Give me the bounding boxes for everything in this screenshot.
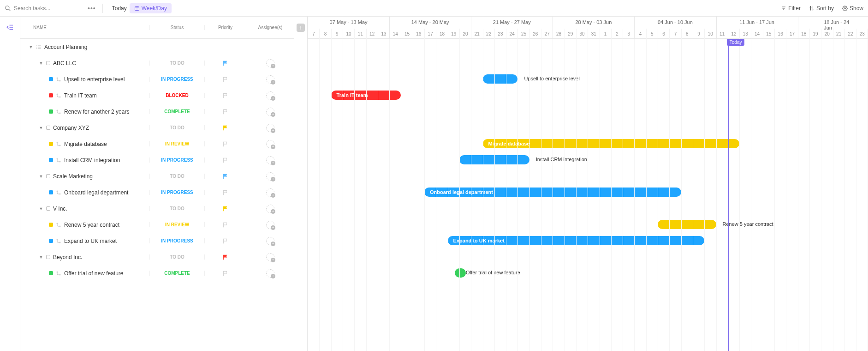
priority-cell[interactable] <box>205 125 246 131</box>
task-row[interactable]: Install CRM integrationIN PROGRESS <box>20 152 294 168</box>
task-row[interactable]: ▼Beyond Inc.TO DO <box>20 249 294 265</box>
day-cell[interactable]: 23 <box>494 29 506 39</box>
day-cell[interactable]: 17 <box>424 29 436 39</box>
task-row[interactable]: Expand to UK marketIN PROGRESS <box>20 233 294 249</box>
day-cell[interactable]: 8 <box>319 29 331 39</box>
priority-cell[interactable] <box>205 109 246 115</box>
assignee-cell[interactable] <box>246 172 294 181</box>
task-row[interactable]: Renew 5 year contractIN REVIEW <box>20 217 294 233</box>
task-row[interactable]: Offer trial of new featureCOMPLETE <box>20 265 294 281</box>
status-square[interactable] <box>49 158 53 162</box>
status-cell[interactable]: COMPLETE <box>149 271 205 276</box>
caret-icon[interactable]: ▼ <box>39 126 43 130</box>
weekday-toggle[interactable]: Week/Day <box>130 3 172 13</box>
assignee-add-icon[interactable] <box>266 172 274 181</box>
more-menu[interactable]: ••• <box>88 5 96 12</box>
assignee-add-icon[interactable] <box>266 91 274 100</box>
filter-button[interactable]: Filter <box>781 5 801 12</box>
status-cell[interactable]: TO DO <box>149 206 205 211</box>
assignee-cell[interactable] <box>246 75 294 84</box>
task-row[interactable]: ▼ABC LLCTO DO <box>20 55 294 71</box>
today-button[interactable]: Today <box>109 3 130 13</box>
day-cell[interactable]: 10 <box>704 29 716 39</box>
day-cell[interactable]: 30 <box>576 29 588 39</box>
day-cell[interactable]: 22 <box>844 29 856 39</box>
day-cell[interactable]: 21 <box>833 29 844 39</box>
day-cell[interactable]: 21 <box>471 29 482 39</box>
assignee-cell[interactable] <box>246 156 294 164</box>
status-square[interactable] <box>49 223 53 227</box>
status-cell[interactable]: TO DO <box>149 174 205 179</box>
assignee-cell[interactable] <box>246 188 294 197</box>
assignee-cell[interactable] <box>246 124 294 132</box>
caret-icon[interactable]: ▼ <box>39 174 43 179</box>
priority-cell[interactable] <box>205 157 246 163</box>
assignee-cell[interactable] <box>246 59 294 67</box>
assignee-add-icon[interactable] <box>266 269 274 278</box>
priority-cell[interactable] <box>205 76 246 83</box>
day-cell[interactable]: 19 <box>448 29 459 39</box>
day-cell[interactable]: 5 <box>646 29 658 39</box>
day-cell[interactable]: 16 <box>774 29 786 39</box>
search-input[interactable] <box>14 5 78 12</box>
priority-cell[interactable] <box>205 222 246 228</box>
day-cell[interactable]: 29 <box>565 29 576 39</box>
priority-cell[interactable] <box>205 189 246 196</box>
priority-cell[interactable] <box>205 141 246 147</box>
day-cell[interactable]: 10 <box>343 29 354 39</box>
status-square[interactable] <box>46 255 50 259</box>
day-cell[interactable]: 6 <box>658 29 669 39</box>
day-cell[interactable]: 28 <box>553 29 564 39</box>
day-cell[interactable]: 2 <box>611 29 623 39</box>
day-cell[interactable]: 23 <box>856 29 868 39</box>
day-cell[interactable]: 8 <box>681 29 693 39</box>
day-cell[interactable]: 14 <box>751 29 762 39</box>
caret-icon[interactable]: ▼ <box>39 255 43 260</box>
task-row[interactable]: ▼Account Planning <box>20 39 294 55</box>
status-square[interactable] <box>49 271 53 275</box>
assignee-cell[interactable] <box>246 221 294 229</box>
gantt-bar[interactable] <box>455 268 466 278</box>
task-row[interactable]: ▼Scale MarketingTO DO <box>20 168 294 184</box>
col-name-header[interactable]: NAME <box>20 25 149 30</box>
day-cell[interactable]: 13 <box>739 29 751 39</box>
day-cell[interactable]: 4 <box>634 29 646 39</box>
collapse-sidebar-icon[interactable] <box>6 23 14 351</box>
status-cell[interactable]: COMPLETE <box>149 109 205 114</box>
day-cell[interactable]: 13 <box>378 29 389 39</box>
task-row[interactable]: Migrate databaseIN REVIEW <box>20 136 294 152</box>
task-row[interactable]: Renew for another 2 yearsCOMPLETE <box>20 103 294 120</box>
day-cell[interactable]: 20 <box>821 29 832 39</box>
priority-cell[interactable] <box>205 92 246 99</box>
day-cell[interactable]: 26 <box>529 29 541 39</box>
assignee-add-icon[interactable] <box>266 237 274 245</box>
assignee-add-icon[interactable] <box>266 188 274 197</box>
status-cell[interactable]: IN PROGRESS <box>149 157 205 163</box>
status-cell[interactable]: IN PROGRESS <box>149 238 205 243</box>
status-square[interactable] <box>49 93 53 97</box>
status-cell[interactable]: IN REVIEW <box>149 141 205 146</box>
status-square[interactable] <box>46 126 50 130</box>
day-cell[interactable]: 3 <box>623 29 634 39</box>
day-cell[interactable]: 31 <box>588 29 599 39</box>
priority-cell[interactable] <box>205 60 246 67</box>
status-cell[interactable]: TO DO <box>149 125 205 130</box>
day-cell[interactable]: 18 <box>436 29 447 39</box>
assignee-add-icon[interactable] <box>266 253 274 261</box>
assignee-add-icon[interactable] <box>266 221 274 229</box>
add-column-button[interactable]: + <box>297 24 305 32</box>
task-row[interactable]: Upsell to enterprise levelIN PROGRESS <box>20 71 294 87</box>
today-badge[interactable]: Today <box>727 39 745 46</box>
priority-cell[interactable] <box>205 254 246 260</box>
assignee-add-icon[interactable] <box>266 59 274 67</box>
status-cell[interactable]: TO DO <box>149 254 205 260</box>
status-cell[interactable]: TO DO <box>149 61 205 66</box>
status-square[interactable] <box>49 190 53 194</box>
status-square[interactable] <box>49 109 53 114</box>
day-cell[interactable]: 15 <box>763 29 774 39</box>
task-row[interactable]: Train IT teamBLOCKED <box>20 87 294 103</box>
assignee-cell[interactable] <box>246 205 294 213</box>
priority-cell[interactable] <box>205 270 246 277</box>
caret-icon[interactable]: ▼ <box>39 61 43 66</box>
gantt-bar[interactable] <box>658 220 716 229</box>
